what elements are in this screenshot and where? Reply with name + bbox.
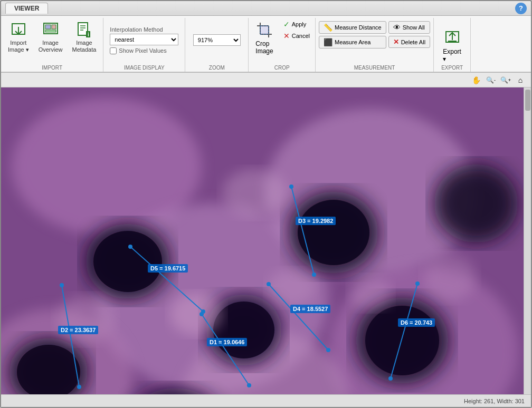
apply-button[interactable]: ✓ Apply bbox=[281, 19, 312, 30]
ribbon-section-export: Export▾ EXPORT bbox=[434, 18, 471, 72]
ribbon-section-image-display: Interpolation Method nearest bilinear bi… bbox=[103, 18, 185, 72]
ruler-icon: 📏 bbox=[324, 23, 332, 32]
measure-distance-label: Measure Distance bbox=[335, 24, 382, 31]
export-label: Export▾ bbox=[443, 48, 461, 63]
scrollbar-thumb[interactable] bbox=[525, 90, 530, 111]
show-all-label: Show All bbox=[403, 24, 425, 31]
import-section-label: IMPORT bbox=[1, 65, 103, 71]
zoom-select[interactable]: 25% 50% 100% 200% 400% 917% bbox=[193, 34, 241, 46]
crop-image-label: CropImage bbox=[255, 40, 273, 55]
measurement-label-d5: D5 = 19.6715 bbox=[148, 264, 188, 273]
measurement-label-d2: D2 = 23.3637 bbox=[58, 326, 98, 334]
svg-point-40 bbox=[170, 293, 223, 335]
metadata-icon: i bbox=[75, 22, 92, 38]
status-text: Height: 261, Width: 301 bbox=[464, 398, 525, 404]
image-canvas[interactable]: D1 = 19.0646 D2 = 23.3637 D3 = 19.2982 D… bbox=[1, 88, 524, 394]
ribbon-section-measurement: 📏 Measure Distance ⬛ Measure Area 👁 Show… bbox=[316, 18, 434, 72]
delete-all-label: Delete All bbox=[401, 39, 425, 45]
export-icon bbox=[444, 30, 461, 48]
zoom-in-button[interactable]: 🔍+ bbox=[499, 74, 512, 86]
show-pixel-checkbox[interactable] bbox=[110, 47, 117, 54]
app-window: VIEWER ? ImportImage ▾ bbox=[0, 0, 532, 408]
svg-point-30 bbox=[93, 231, 162, 292]
svg-point-36 bbox=[365, 306, 439, 375]
svg-point-39 bbox=[434, 164, 518, 243]
cancel-x-icon: ✕ bbox=[283, 32, 290, 40]
image-overview-button[interactable]: ImageOverview bbox=[35, 19, 66, 56]
svg-point-45 bbox=[423, 254, 476, 301]
show-all-button[interactable]: 👁 Show All bbox=[388, 21, 430, 34]
title-bar: VIEWER ? bbox=[1, 1, 531, 16]
image-display-controls: Interpolation Method nearest bilinear bi… bbox=[110, 19, 178, 71]
ribbon-section-zoom: 25% 50% 100% 200% 400% 917% ZOOM bbox=[185, 18, 249, 72]
measurement-section-label: MEASUREMENT bbox=[316, 65, 433, 71]
svg-point-44 bbox=[223, 169, 286, 217]
pan-tool-button[interactable]: ✋ bbox=[470, 74, 482, 86]
sub-toolbar: ✋ 🔍- 🔍+ ⌂ bbox=[1, 73, 531, 88]
svg-rect-4 bbox=[52, 25, 56, 29]
delete-icon: ✕ bbox=[393, 38, 399, 46]
interpolation-label: Interpolation Method bbox=[110, 26, 178, 33]
interpolation-select[interactable]: nearest bilinear bicubic lanczos bbox=[110, 34, 178, 45]
home-button[interactable]: ⌂ bbox=[514, 74, 527, 86]
ribbon: ImportImage ▾ ImageOverview bbox=[1, 16, 531, 73]
measurement-controls: 📏 Measure Distance ⬛ Measure Area 👁 Show… bbox=[319, 19, 430, 71]
main-content: D1 = 19.0646 D2 = 23.3637 D3 = 19.2982 D… bbox=[1, 88, 531, 394]
viewer-tab[interactable]: VIEWER bbox=[5, 3, 48, 14]
zoom-out-button[interactable]: 🔍- bbox=[484, 74, 497, 86]
image-metadata-button[interactable]: i ImageMetadata bbox=[68, 19, 100, 56]
measure-area-button[interactable]: ⬛ Measure Area bbox=[319, 36, 386, 48]
vertical-scrollbar[interactable] bbox=[524, 88, 531, 394]
crop-actions: ✓ Apply ✕ Cancel bbox=[281, 19, 312, 51]
measure-area-label: Measure Area bbox=[335, 39, 370, 45]
meas-col-1: 📏 Measure Distance ⬛ Measure Area bbox=[319, 21, 386, 48]
show-pixel-label: Show Pixel Values bbox=[119, 47, 166, 54]
ribbon-section-import: ImportImage ▾ ImageOverview bbox=[1, 18, 103, 72]
apply-label: Apply bbox=[292, 21, 307, 27]
area-icon: ⬛ bbox=[324, 38, 332, 46]
image-display-section-label: IMAGE DISPLAY bbox=[103, 65, 185, 71]
import-icon bbox=[10, 22, 27, 38]
crop-icon bbox=[256, 22, 273, 40]
measurement-label-d4: D4 = 18.5527 bbox=[290, 305, 330, 313]
measurement-label-d1: D1 = 19.0646 bbox=[207, 338, 247, 346]
svg-rect-5 bbox=[45, 30, 56, 32]
show-pixel-row: Show Pixel Values bbox=[110, 47, 178, 54]
measurement-label-d3: D3 = 19.2982 bbox=[296, 217, 336, 225]
svg-point-34 bbox=[298, 200, 369, 265]
apply-check-icon: ✓ bbox=[283, 20, 290, 28]
delete-all-button[interactable]: ✕ Delete All bbox=[388, 36, 430, 48]
export-section-label: EXPORT bbox=[434, 65, 470, 71]
zoom-section-label: ZOOM bbox=[185, 65, 248, 71]
overview-icon bbox=[42, 22, 59, 38]
import-image-button[interactable]: ImportImage ▾ bbox=[4, 19, 33, 56]
image-overview-label: ImageOverview bbox=[39, 40, 63, 53]
import-items: ImportImage ▾ ImageOverview bbox=[4, 19, 100, 71]
svg-point-41 bbox=[268, 269, 315, 306]
status-bar: Height: 261, Width: 301 bbox=[1, 394, 531, 407]
help-button[interactable]: ? bbox=[515, 3, 527, 14]
crop-section-label: CROP bbox=[249, 65, 315, 71]
cancel-button[interactable]: ✕ Cancel bbox=[281, 31, 312, 41]
svg-rect-3 bbox=[45, 25, 51, 29]
svg-point-32 bbox=[213, 302, 274, 358]
import-image-label: ImportImage ▾ bbox=[8, 40, 29, 53]
export-button[interactable]: Export▾ bbox=[439, 19, 465, 71]
eye-icon: 👁 bbox=[393, 23, 401, 32]
ribbon-section-crop: CropImage ✓ Apply ✕ Cancel CROP bbox=[249, 18, 316, 72]
interpolation-row: Interpolation Method nearest bilinear bi… bbox=[110, 26, 178, 45]
svg-point-43 bbox=[56, 296, 115, 343]
crop-items: CropImage ✓ Apply ✕ Cancel bbox=[252, 19, 312, 71]
cancel-label: Cancel bbox=[292, 33, 310, 39]
zoom-controls: 25% 50% 100% 200% 400% 917% bbox=[193, 19, 241, 71]
microscope-image bbox=[1, 88, 524, 394]
svg-point-42 bbox=[349, 276, 392, 310]
crop-image-button[interactable]: CropImage bbox=[252, 19, 277, 55]
image-metadata-label: ImageMetadata bbox=[72, 40, 96, 53]
svg-text:i: i bbox=[88, 32, 89, 37]
measure-distance-button[interactable]: 📏 Measure Distance bbox=[319, 21, 386, 34]
svg-rect-16 bbox=[260, 26, 269, 34]
meas-col-2: 👁 Show All ✕ Delete All bbox=[388, 21, 430, 48]
measurement-label-d6: D6 = 20.743 bbox=[398, 318, 435, 327]
